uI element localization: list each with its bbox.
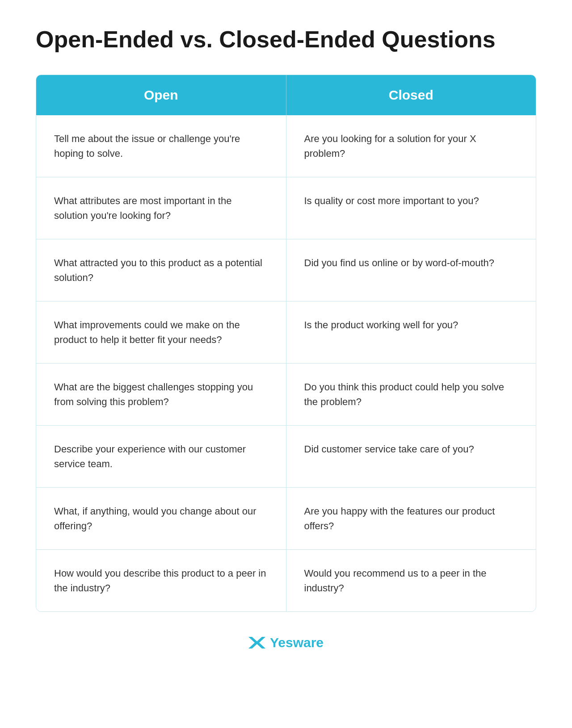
table-body: Tell me about the issue or challenge you… [36, 115, 536, 611]
closed-cell: Did customer service take care of you? [286, 426, 536, 487]
open-cell: What are the biggest challenges stopping… [36, 364, 286, 425]
table-row: What improvements could we make on the p… [36, 301, 536, 363]
table-row: How would you describe this product to a… [36, 549, 536, 611]
footer: Yesware [36, 634, 536, 651]
closed-cell: Are you looking for a solution for your … [286, 115, 536, 177]
yesware-logo-icon [248, 634, 265, 651]
table-row: What are the biggest challenges stopping… [36, 363, 536, 425]
table-row: What attracted you to this product as a … [36, 239, 536, 301]
open-cell: Describe your experience with our custom… [36, 426, 286, 487]
closed-cell: Did you find us online or by word-of-mou… [286, 239, 536, 301]
open-cell: What attributes are most important in th… [36, 177, 286, 239]
page-title: Open-Ended vs. Closed-Ended Questions [36, 27, 536, 52]
closed-cell: Is quality or cost more important to you… [286, 177, 536, 239]
closed-cell: Do you think this product could help you… [286, 364, 536, 425]
open-cell: What, if anything, would you change abou… [36, 488, 286, 549]
table-row: Describe your experience with our custom… [36, 425, 536, 487]
closed-cell: Is the product working well for you? [286, 301, 536, 363]
closed-cell: Would you recommend us to a peer in the … [286, 550, 536, 611]
open-cell: How would you describe this product to a… [36, 550, 286, 611]
open-cell: What improvements could we make on the p… [36, 301, 286, 363]
open-cell: Tell me about the issue or challenge you… [36, 115, 286, 177]
comparison-table: Open Closed Tell me about the issue or c… [36, 75, 536, 612]
table-row: What, if anything, would you change abou… [36, 487, 536, 549]
svg-marker-0 [248, 637, 265, 649]
header-open: Open [36, 75, 286, 115]
page-container: Open-Ended vs. Closed-Ended Questions Op… [36, 27, 536, 651]
header-closed: Closed [286, 75, 536, 115]
open-cell: What attracted you to this product as a … [36, 239, 286, 301]
table-header: Open Closed [36, 75, 536, 115]
table-row: Tell me about the issue or challenge you… [36, 115, 536, 177]
closed-cell: Are you happy with the features our prod… [286, 488, 536, 549]
table-row: What attributes are most important in th… [36, 177, 536, 239]
yesware-logo-text: Yesware [270, 635, 324, 650]
